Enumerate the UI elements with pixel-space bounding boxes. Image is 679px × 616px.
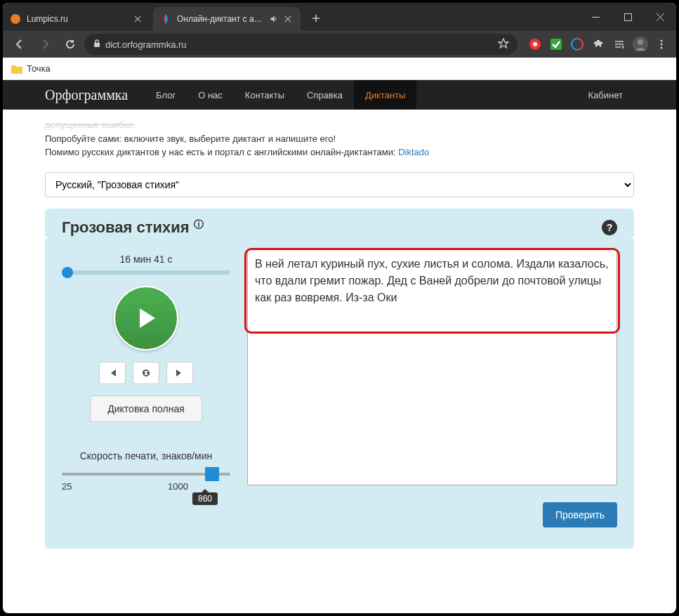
info-icon[interactable]: ⓘ bbox=[194, 218, 204, 230]
url-text: dict.orfogrammka.ru bbox=[105, 39, 187, 50]
intro-line3-pre: Помимо русских диктантов у нас есть и по… bbox=[45, 147, 398, 157]
minimize-button[interactable] bbox=[579, 3, 612, 31]
bookmark-label: Точка bbox=[27, 63, 51, 74]
svg-point-10 bbox=[661, 44, 663, 46]
close-window-button[interactable] bbox=[644, 3, 676, 31]
svg-rect-1 bbox=[624, 13, 631, 20]
extensions-button[interactable] bbox=[589, 35, 607, 53]
nav-cabinet[interactable]: Кабинет bbox=[577, 90, 634, 100]
dictation-selector[interactable]: Русский, "Грозовая стихия" bbox=[45, 172, 634, 197]
menu-button[interactable] bbox=[652, 35, 671, 53]
close-icon[interactable] bbox=[132, 13, 143, 25]
panel-title: Грозовая стихия ⓘ bbox=[62, 218, 204, 237]
svg-point-0 bbox=[11, 14, 20, 24]
play-button[interactable] bbox=[114, 286, 178, 350]
speed-max: 1000 bbox=[168, 481, 188, 492]
dictation-mode-button[interactable]: Диктовка полная bbox=[90, 395, 202, 422]
bookmark-star-icon[interactable] bbox=[498, 38, 509, 51]
repeat-button[interactable] bbox=[133, 362, 159, 384]
new-tab-button[interactable] bbox=[306, 8, 326, 28]
bookmarks-bar: Точка bbox=[3, 58, 676, 80]
ext-icon-music[interactable] bbox=[610, 35, 628, 53]
svg-point-11 bbox=[661, 47, 663, 49]
site-header: Орфограммка Блог О нас Контакты Справка … bbox=[3, 80, 676, 110]
ext-icon-3[interactable] bbox=[568, 35, 586, 53]
prev-button[interactable] bbox=[99, 362, 126, 384]
intro-text: допущенные ошибки. Попробуйте сами: вклю… bbox=[45, 118, 634, 159]
address-bar[interactable]: dict.orfogrammka.ru bbox=[84, 34, 518, 55]
bookmark-folder-tochka[interactable]: Точка bbox=[11, 63, 51, 74]
tab-orfogrammka[interactable]: Онлайн-диктант с автомати bbox=[153, 7, 301, 31]
svg-rect-2 bbox=[94, 43, 100, 47]
speed-slider[interactable]: 25 1000 860 bbox=[62, 467, 230, 499]
window-controls bbox=[579, 3, 676, 31]
lock-icon bbox=[93, 39, 101, 50]
progress-bar[interactable] bbox=[62, 270, 230, 275]
browser-titlebar: Lumpics.ru Онлайн-диктант с автомати bbox=[3, 3, 676, 31]
speed-min: 25 bbox=[62, 481, 72, 492]
speed-value-tooltip: 860 bbox=[192, 492, 218, 505]
favicon-orfogrammka bbox=[160, 13, 171, 25]
extension-icons bbox=[526, 35, 671, 53]
nav-blog[interactable]: Блог bbox=[145, 80, 187, 110]
tab-lumpics[interactable]: Lumpics.ru bbox=[3, 7, 150, 31]
tab-title: Lumpics.ru bbox=[27, 14, 129, 24]
tab-title: Онлайн-диктант с автомати bbox=[177, 14, 265, 24]
reload-button[interactable] bbox=[59, 33, 81, 55]
text-column: В ней летал куриный пух, сухие листья и … bbox=[247, 249, 617, 527]
site-nav: Блог О нас Контакты Справка Диктанты bbox=[145, 80, 416, 110]
back-button[interactable] bbox=[8, 33, 31, 55]
favicon-lumpics bbox=[10, 13, 21, 25]
player-column: 16 мин 41 с Диктовка полная Скорость печ… bbox=[62, 249, 230, 527]
svg-rect-5 bbox=[551, 39, 562, 50]
speed-label: Скорость печати, знаков/мин bbox=[80, 450, 213, 461]
intro-line-cut: допущенные ошибки. bbox=[45, 118, 634, 132]
browser-toolbar: dict.orfogrammka.ru bbox=[3, 31, 676, 58]
diktado-link[interactable]: Diktado bbox=[398, 147, 429, 157]
next-button[interactable] bbox=[166, 362, 193, 384]
svg-point-9 bbox=[661, 40, 663, 42]
dictation-panel: 16 мин 41 с Диктовка полная Скорость печ… bbox=[45, 237, 634, 549]
ext-icon-1[interactable] bbox=[526, 35, 544, 53]
nav-dictations[interactable]: Диктанты bbox=[354, 80, 416, 110]
profile-avatar[interactable] bbox=[631, 35, 650, 53]
nav-help[interactable]: Справка bbox=[296, 80, 354, 110]
speed-thumb[interactable] bbox=[205, 467, 219, 481]
page-content: Орфограммка Блог О нас Контакты Справка … bbox=[3, 80, 676, 563]
duration-label: 16 мин 41 с bbox=[120, 254, 173, 265]
check-button[interactable]: Проверить bbox=[543, 502, 617, 527]
ext-icon-2[interactable] bbox=[547, 35, 565, 53]
intro-line2: Попробуйте сами: включите звук, выберите… bbox=[45, 132, 634, 146]
playback-controls bbox=[99, 362, 193, 384]
help-icon[interactable]: ? bbox=[602, 220, 617, 235]
svg-point-8 bbox=[638, 39, 643, 45]
panel-title-text: Грозовая стихия bbox=[62, 218, 190, 236]
nav-about[interactable]: О нас bbox=[187, 80, 234, 110]
site-brand[interactable]: Орфограммка bbox=[45, 87, 128, 103]
progress-thumb[interactable] bbox=[62, 267, 73, 278]
close-icon[interactable] bbox=[282, 13, 294, 25]
maximize-button[interactable] bbox=[612, 3, 644, 31]
forward-button[interactable] bbox=[34, 33, 56, 55]
nav-contacts[interactable]: Контакты bbox=[234, 80, 296, 110]
dictation-textarea[interactable]: В ней летал куриный пух, сухие листья и … bbox=[247, 249, 617, 485]
svg-point-4 bbox=[533, 42, 537, 46]
intro-line3: Помимо русских диктантов у нас есть и по… bbox=[45, 145, 634, 159]
speaker-icon[interactable] bbox=[268, 13, 279, 25]
